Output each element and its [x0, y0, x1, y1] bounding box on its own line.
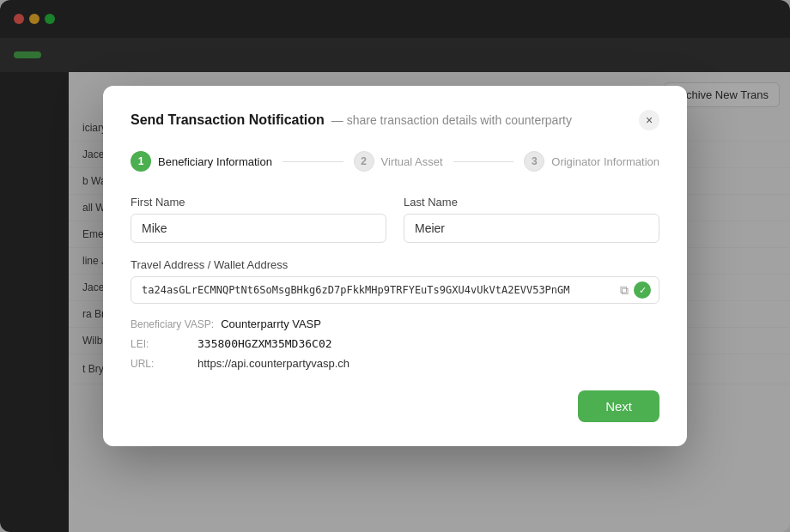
vasp-name-value: Counterparrty VASP [221, 317, 321, 330]
modal-subtitle: — share transaction details with counter… [331, 113, 572, 127]
step-3-originator: 3 Originator Information [524, 151, 659, 172]
first-name-input[interactable] [131, 214, 386, 243]
vasp-url-row: URL: https://api.counterpartyvasp.ch [131, 357, 659, 370]
modal-title-row: Send Transaction Notification — share tr… [131, 112, 572, 128]
step-1-beneficiary: 1 Beneficiary Information [131, 151, 272, 172]
modal-title: Send Transaction Notification [131, 112, 325, 128]
wallet-address-input[interactable] [131, 276, 659, 304]
step-1-circle: 1 [131, 151, 151, 172]
vasp-url-value: https://api.counterpartyvasp.ch [198, 357, 349, 370]
last-name-input[interactable] [404, 214, 659, 243]
wallet-input-wrapper: ⧉ ✓ [131, 276, 659, 304]
name-fields-row: First Name Last Name [131, 196, 659, 243]
send-transaction-modal: Send Transaction Notification — share tr… [103, 86, 687, 446]
last-name-label: Last Name [404, 196, 659, 209]
step-connector-2 [453, 161, 514, 162]
vasp-lei-row: LEI: 335800HGZXM35MD36C02 [131, 337, 659, 350]
step-2-label: Virtual Asset [381, 155, 443, 168]
modal-footer: Next [131, 390, 659, 422]
wallet-address-label: Travel Address / Wallet Address [131, 258, 659, 271]
step-connector-1 [283, 161, 343, 162]
first-name-label: First Name [131, 196, 386, 209]
modal-header: Send Transaction Notification — share tr… [131, 110, 659, 130]
vasp-lei-value: 335800HGZXM35MD36C02 [198, 337, 332, 350]
wallet-address-group: Travel Address / Wallet Address ⧉ ✓ [131, 258, 659, 304]
copy-icon[interactable]: ⧉ [620, 283, 629, 298]
step-2-circle: 2 [354, 151, 374, 172]
vasp-name-row: Beneficiary VASP: Counterparrty VASP [131, 317, 659, 330]
step-3-circle: 3 [524, 151, 544, 172]
steps-indicator: 1 Beneficiary Information 2 Virtual Asse… [131, 151, 659, 172]
vasp-info-section: Beneficiary VASP: Counterparrty VASP LEI… [131, 317, 659, 370]
next-button[interactable]: Next [578, 390, 659, 422]
step-2-virtual-asset: 2 Virtual Asset [354, 151, 443, 172]
last-name-group: Last Name [404, 196, 659, 243]
vasp-name-label: Beneficiary VASP: [131, 318, 214, 330]
vasp-lei-label: LEI: [131, 338, 191, 350]
step-1-label: Beneficiary Information [158, 155, 272, 168]
first-name-group: First Name [131, 196, 386, 243]
verified-check-icon: ✓ [634, 281, 651, 299]
step-3-label: Originator Information [551, 155, 659, 168]
modal-overlay: Send Transaction Notification — share tr… [0, 0, 790, 532]
wallet-action-icons: ⧉ ✓ [620, 281, 651, 299]
vasp-url-label: URL: [131, 358, 191, 370]
close-modal-button[interactable]: × [639, 110, 659, 130]
